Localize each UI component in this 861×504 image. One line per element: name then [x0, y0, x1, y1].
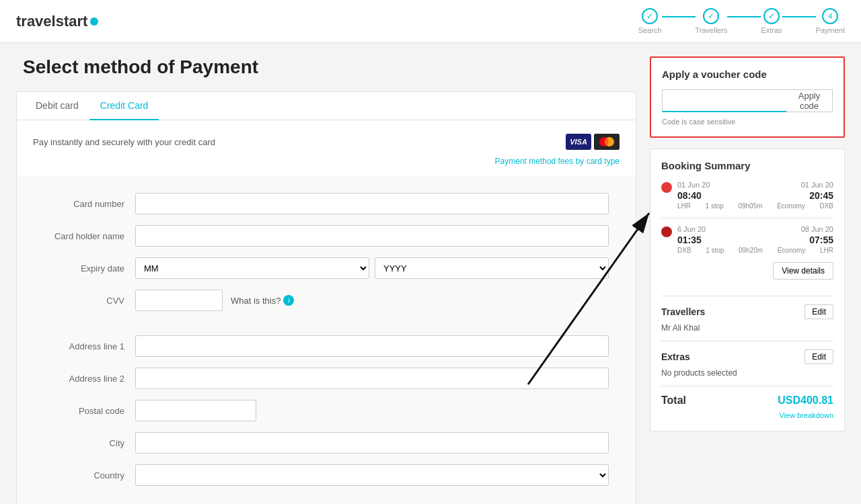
step-search-circle: ✓: [642, 8, 658, 24]
cvv-row: CVV What is this? i: [44, 290, 609, 311]
payment-fees-link: Payment method fees by card type: [33, 155, 620, 166]
payment-content: Select method of Payment Debit card Cred…: [16, 56, 636, 504]
city-label: City: [44, 438, 124, 448]
expiry-month-select[interactable]: MM: [135, 257, 369, 279]
step-travellers: ✓ Travellers: [696, 8, 728, 34]
page-title: Select method of Payment: [16, 56, 636, 78]
step-extras-circle: ✓: [763, 8, 780, 24]
flight-details-1: 01 Jun 20 01 Jun 20 08:40 20:45 LHR 1 st…: [677, 181, 833, 210]
divider-3: [661, 386, 833, 386]
card-number-row: Card number: [44, 193, 609, 214]
cvv-input[interactable]: [135, 290, 223, 311]
country-select[interactable]: [135, 464, 609, 486]
flight-dates-1: 01 Jun 20 01 Jun 20: [677, 181, 833, 189]
view-breakdown-link[interactable]: View breakdown: [779, 411, 833, 419]
step-travellers-circle: ✓: [703, 8, 719, 24]
extras-text: No products selected: [661, 368, 833, 378]
tab-debit-card[interactable]: Debit card: [25, 92, 89, 120]
expiry-row: Expiry date MM YYYY: [44, 257, 609, 279]
step-extras: ✓ Extras: [761, 8, 782, 34]
step-payment-label: Payment: [816, 26, 845, 34]
expiry-selects: MM YYYY: [135, 257, 609, 279]
payment-info-row: Pay instantly and securely with your cre…: [33, 134, 620, 150]
airline-icon-2: [661, 226, 672, 237]
voucher-panel: Apply a voucher code Apply code Code is …: [650, 56, 845, 138]
address2-label: Address line 2: [44, 374, 124, 384]
step-search-label: Search: [638, 26, 662, 34]
logo-text: travelstart: [16, 13, 87, 30]
postal-input[interactable]: [135, 400, 256, 421]
total-amount: USD400.81: [778, 394, 833, 407]
total-row: Total USD400.81: [661, 394, 833, 407]
city-row: City: [44, 432, 609, 454]
logo-dot: [90, 17, 98, 26]
divider-1: [661, 296, 833, 296]
flight-dates-2: 6 Jun 20 08 Jun 20: [677, 225, 833, 233]
credit-card-form: Card number Card holder name Expiry date: [17, 177, 636, 504]
payment-card: Debit card Credit Card Pay instantly and…: [16, 91, 636, 504]
tab-credit-card[interactable]: Credit Card: [89, 92, 159, 120]
voucher-code-input[interactable]: [662, 89, 786, 112]
card-logos: VISA: [566, 134, 620, 150]
address1-row: Address line 1: [44, 335, 609, 357]
total-label: Total: [661, 394, 686, 407]
travellers-section-header: Travellers Edit: [661, 304, 833, 319]
apply-code-button[interactable]: Apply code: [786, 89, 833, 112]
fees-link[interactable]: Payment method fees by card type: [495, 157, 620, 166]
flight-times-2: 01:35 07:55: [677, 235, 833, 245]
payment-tabs: Debit card Credit Card: [17, 92, 636, 120]
flight-meta-1: LHR 1 stop 09h05m Economy DXB: [677, 202, 833, 210]
address1-input[interactable]: [135, 335, 609, 357]
step-search: ✓ Search: [638, 8, 662, 34]
voucher-title: Apply a voucher code: [662, 69, 833, 80]
main-content: Select method of Payment Debit card Cred…: [0, 43, 861, 504]
address2-input[interactable]: [135, 368, 609, 389]
extras-title: Extras: [661, 351, 690, 362]
card-number-label: Card number: [44, 199, 124, 209]
payment-info-text: Pay instantly and securely with your cre…: [33, 137, 215, 147]
view-breakdown: View breakdown: [661, 409, 833, 420]
card-number-input[interactable]: [135, 193, 609, 214]
divider-2: [661, 341, 833, 341]
cvv-field-group: What is this? i: [135, 290, 609, 311]
view-details-button[interactable]: View details: [773, 262, 833, 280]
flight-details-2: 6 Jun 20 08 Jun 20 01:35 07:55 DXB 1 sto…: [677, 225, 833, 254]
extras-edit-button[interactable]: Edit: [804, 349, 833, 364]
card-holder-label: Card holder name: [44, 231, 124, 241]
visa-logo: VISA: [566, 134, 591, 150]
what-is-this-text: What is this? i: [231, 295, 294, 306]
mastercard-logo: [594, 134, 620, 150]
flight-meta-2: DXB 1 stop 09h20m Economy LHR: [677, 247, 833, 254]
flight-row-2: 6 Jun 20 08 Jun 20 01:35 07:55 DXB 1 sto…: [661, 225, 833, 254]
flight-times-1: 08:40 20:45: [677, 190, 833, 201]
country-label: Country: [44, 470, 124, 480]
step-extras-label: Extras: [761, 26, 782, 34]
step-payment: 4 Payment: [816, 8, 845, 34]
extras-section-header: Extras Edit: [661, 349, 833, 364]
expiry-year-select[interactable]: YYYY: [375, 257, 609, 279]
travellers-title: Travellers: [661, 306, 705, 317]
postal-label: Postal code: [44, 406, 124, 416]
booking-panel: Booking Summary 01 Jun 20 01 Jun 20 08:4…: [650, 149, 845, 431]
step-line-2: [727, 16, 761, 17]
header: travelstart ✓ Search ✓ Travellers ✓: [0, 0, 861, 43]
payment-body: Pay instantly and securely with your cre…: [17, 120, 636, 504]
travellers-edit-button[interactable]: Edit: [804, 304, 833, 319]
card-holder-input[interactable]: [135, 225, 609, 247]
step-line-3: [782, 16, 816, 17]
logo: travelstart: [16, 13, 98, 30]
flight-separator: [661, 218, 833, 218]
cvv-info-icon[interactable]: i: [283, 295, 294, 306]
voucher-input-row: Apply code: [662, 89, 833, 112]
cvv-label: CVV: [44, 296, 124, 306]
progress-steps: ✓ Search ✓ Travellers ✓ Extras: [638, 8, 845, 34]
booking-title: Booking Summary: [661, 160, 833, 171]
step-line-1: [662, 16, 696, 17]
sidebar: Apply a voucher code Apply code Code is …: [650, 56, 845, 504]
expiry-label: Expiry date: [44, 263, 124, 274]
city-input[interactable]: [135, 432, 609, 454]
address2-row: Address line 2: [44, 368, 609, 389]
step-travellers-label: Travellers: [696, 26, 728, 34]
address1-label: Address line 1: [44, 341, 124, 351]
country-row: Country: [44, 464, 609, 486]
